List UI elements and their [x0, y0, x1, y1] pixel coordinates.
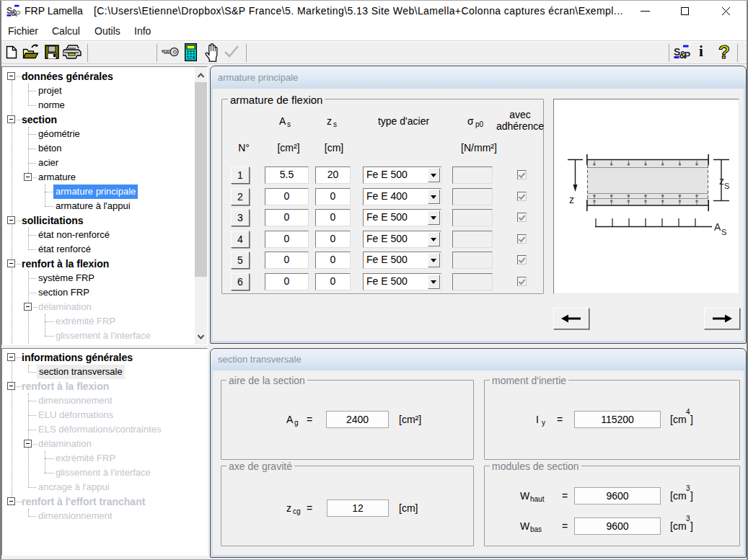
svg-text:P: P	[15, 9, 20, 18]
svg-text:z: z	[719, 175, 724, 187]
svg-text:S: S	[724, 182, 729, 190]
svg-text:?: ?	[718, 42, 730, 62]
svg-text:A: A	[714, 221, 721, 233]
svg-text:z: z	[569, 194, 574, 205]
svg-text:S: S	[721, 228, 726, 236]
svg-text:P: P	[685, 50, 691, 61]
